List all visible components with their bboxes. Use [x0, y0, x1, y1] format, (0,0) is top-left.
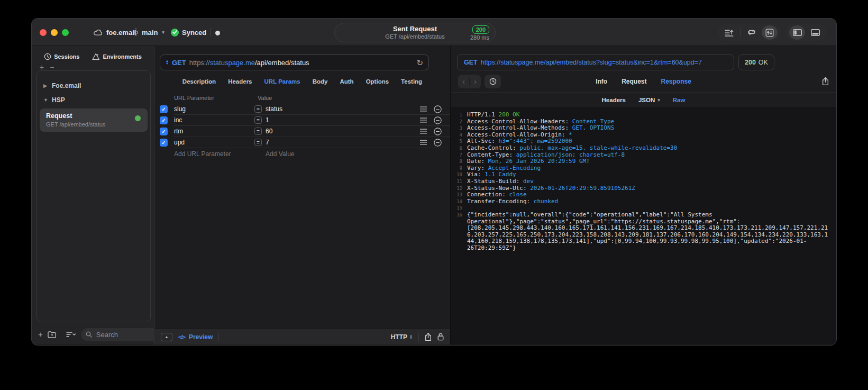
header-name: {"incidents":null,"overall":{"code":"ope… — [467, 211, 828, 251]
add-url-parameter-placeholder[interactable]: Add URL Parameter — [174, 150, 266, 158]
zoom-window-button[interactable] — [62, 29, 69, 36]
response-viewer: GET https://statuspage.me/api/embed/stat… — [451, 46, 836, 344]
line-number: 15 — [451, 205, 467, 212]
sent-request-summary[interactable]: Sent Request GET /api/embed/status 200 2… — [334, 23, 496, 42]
toggle-left-sidebar-button[interactable] — [789, 25, 805, 40]
header-name: X-Status-Build: — [467, 178, 523, 185]
protocol-selector[interactable]: HTTP ▲▼ — [391, 333, 413, 341]
import-export-button[interactable] — [762, 25, 778, 40]
back-button[interactable]: ‹ — [458, 75, 469, 88]
remove-param-button[interactable] — [434, 116, 442, 124]
tree-item-foe-email[interactable]: ▶ Foe.email — [37, 78, 150, 93]
preview-button[interactable]: </> Preview — [178, 333, 213, 341]
param-checkbox[interactable]: ✓ — [160, 116, 168, 124]
url-params-table: URL Parameter Value ✓slug=status✓inc=1✓r… — [154, 92, 450, 159]
param-value[interactable]: 7 — [266, 139, 420, 146]
tab-url-params[interactable]: URL Params — [264, 78, 300, 85]
param-value[interactable]: status — [266, 105, 420, 113]
tab-environments[interactable]: Environments — [92, 53, 141, 60]
header-value: GET, OPTIONS — [572, 124, 614, 131]
request-method[interactable]: GET — [172, 59, 186, 67]
share-button[interactable] — [425, 333, 432, 341]
tab-auth[interactable]: Auth — [340, 78, 353, 85]
toolbar-separator — [740, 29, 741, 37]
reorder-handle-icon[interactable] — [420, 129, 427, 134]
close-window-button[interactable] — [40, 29, 47, 36]
reorder-handle-icon[interactable] — [420, 117, 427, 123]
response-tab-request[interactable]: Request — [622, 78, 646, 85]
request-editor-footer: ▲ </> Preview HTTP ▲▼ — [154, 329, 450, 344]
new-folder-button[interactable] — [48, 331, 57, 338]
branch-selector[interactable]: main ▾ — [133, 19, 165, 46]
method-stepper-icon[interactable]: ▲▼ — [166, 60, 169, 65]
request-list-item-selected[interactable]: Request GET /api/embed/status — [40, 108, 148, 132]
header-value: chunked — [534, 198, 558, 205]
add-value-placeholder[interactable]: Add Value — [266, 150, 295, 158]
remove-param-button[interactable] — [434, 105, 442, 113]
tab-testing[interactable]: Testing — [401, 78, 422, 85]
param-value[interactable]: 60 — [266, 128, 420, 135]
response-raw-view[interactable]: 1HTTP/1.1 200 OK2Access-Control-Allow-He… — [451, 107, 836, 344]
forward-button[interactable]: › — [470, 75, 481, 88]
remove-param-button[interactable] — [434, 128, 442, 135]
param-value[interactable]: 1 — [266, 116, 420, 124]
url-host: statuspage.me — [210, 59, 255, 67]
header-name: Cache-Control: — [467, 144, 519, 151]
header-name: Access-Control-Allow-Origin: — [467, 131, 569, 138]
request-url[interactable]: https://statuspage.me/api/embed/status — [189, 59, 309, 67]
history-clock-icon — [44, 53, 51, 60]
response-tab-info[interactable]: Info — [596, 78, 607, 85]
sidebar-add-remove: + − — [40, 65, 154, 71]
response-subtab-raw[interactable]: Raw — [673, 97, 686, 103]
minimize-window-button[interactable] — [51, 29, 58, 36]
line-text: {"incidents":null,"overall":{"code":"ope… — [467, 212, 829, 252]
param-checkbox[interactable]: ✓ — [160, 139, 168, 147]
reorder-handle-icon[interactable] — [420, 106, 427, 112]
param-name[interactable]: upd — [174, 139, 254, 146]
lock-icon[interactable] — [437, 333, 444, 341]
tab-headers[interactable]: Headers — [228, 78, 252, 85]
sync-branches-button[interactable] — [744, 25, 760, 40]
collapse-panel-button[interactable]: ▲ — [161, 333, 172, 341]
add-session-button[interactable]: + — [40, 65, 44, 71]
sort-filter-button[interactable] — [66, 331, 76, 338]
params-rows: ✓slug=status✓inc=1✓rtm=60✓upd=7 — [154, 104, 450, 148]
sent-request-url-box[interactable]: GET https://statuspage.me/api/embed/stat… — [457, 55, 734, 70]
resend-request-button[interactable]: ↻ — [416, 59, 423, 67]
param-checkbox[interactable]: ✓ — [160, 105, 168, 113]
toggle-bottom-panel-button[interactable] — [807, 25, 823, 40]
sync-status[interactable]: Synced — [171, 19, 206, 46]
remove-param-button[interactable] — [434, 139, 442, 147]
header-value: close — [509, 191, 526, 198]
request-order-button[interactable] — [721, 25, 737, 40]
header-value: 1.1 Caddy — [485, 171, 516, 178]
params-add-row[interactable]: Add URL Parameter Add Value — [154, 148, 450, 159]
param-checkbox[interactable]: ✓ — [160, 128, 168, 135]
tab-description[interactable]: Description — [182, 78, 216, 85]
param-name[interactable]: slug — [174, 105, 254, 113]
tab-sessions[interactable]: Sessions — [44, 53, 79, 60]
sent-request-text: Sent Request GET /api/embed/status — [385, 25, 444, 41]
tab-environments-label: Environments — [103, 53, 141, 60]
tab-options[interactable]: Options — [366, 78, 389, 85]
param-name[interactable]: rtm — [174, 128, 254, 135]
reorder-handle-icon[interactable] — [420, 140, 427, 145]
column-value: Value — [258, 95, 272, 101]
request-url-bar[interactable]: ▲▼ GET https://statuspage.me/api/embed/s… — [160, 55, 429, 70]
remove-session-button[interactable]: − — [50, 65, 54, 71]
tree-item-hsp[interactable]: ▼ HSP — [37, 93, 150, 107]
column-url-parameter: URL Parameter — [174, 95, 258, 101]
titlebar: foe.email main ▾ Synced Sent Request GET… — [32, 19, 836, 46]
header-name: Access-Control-Allow-Headers: — [467, 118, 572, 125]
project-menu[interactable]: foe.email — [93, 19, 136, 46]
add-request-button[interactable]: + — [38, 331, 43, 338]
project-label: foe.email — [106, 29, 136, 37]
response-subtab-headers[interactable]: Headers — [602, 97, 626, 103]
response-tab-response[interactable]: Response — [661, 78, 691, 85]
history-button[interactable] — [485, 75, 501, 88]
equals-icon: = — [254, 139, 262, 146]
export-response-button[interactable] — [822, 77, 829, 86]
tab-body[interactable]: Body — [313, 78, 328, 85]
response-subtab-json[interactable]: JSON▾ — [638, 97, 660, 103]
param-name[interactable]: inc — [174, 116, 254, 124]
